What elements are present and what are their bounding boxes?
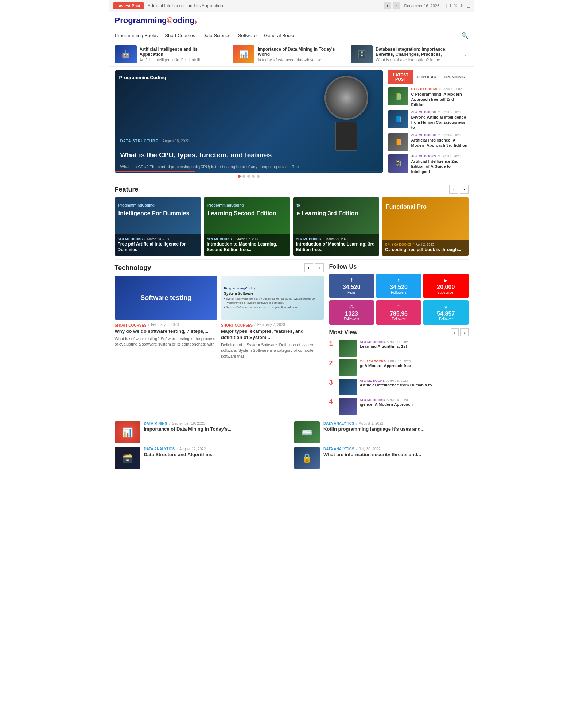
fb-label: Fans bbox=[331, 290, 372, 294]
latest-post-button[interactable]: Lastest Post bbox=[113, 2, 144, 9]
fc3-cat: AI & ML BOOKS bbox=[296, 237, 321, 241]
mv-date-3: APRIL 5, 2023 bbox=[386, 379, 408, 382]
breaking-desc-3: What is database Integration? In the... bbox=[376, 58, 458, 62]
feature-prev[interactable]: ‹ bbox=[449, 185, 458, 194]
sidebar-title-3: Artificial Intelligence: A Modern Approa… bbox=[411, 138, 469, 148]
dot-3[interactable] bbox=[247, 175, 250, 178]
bl-item-2[interactable]: 🗃️ DATA ANALYTICS / August 12, 2022 Data… bbox=[115, 447, 289, 469]
top-bar: Lastest Post Artificial Intelligence and… bbox=[109, 0, 474, 12]
follow-twitter[interactable]: t 34,520 Followers bbox=[376, 274, 421, 298]
dot-5[interactable] bbox=[257, 175, 260, 178]
nav-software[interactable]: Software bbox=[238, 33, 257, 38]
dot-4[interactable] bbox=[252, 175, 255, 178]
mv-nav: ‹ › bbox=[451, 328, 469, 336]
breaking-thumb-3: 🗄️ bbox=[351, 45, 373, 63]
breaking-item-2[interactable]: 📊 Importance of Data Mining in Today's W… bbox=[233, 45, 339, 63]
sidebar-date-2: April 5, 2023 bbox=[442, 110, 461, 114]
dot-2[interactable] bbox=[242, 175, 245, 178]
bl-date-3: August 1, 2022 bbox=[359, 421, 383, 425]
fc1-overlay: Intelligence For Dummies bbox=[118, 210, 190, 216]
follow-instagram2[interactable]: ◻ 785,96 Follower bbox=[376, 300, 421, 325]
mv-item-1[interactable]: 1 AI & ML BOOKS APRIL 11, 2023 Learning … bbox=[329, 340, 469, 357]
mv-item-2[interactable]: 2 C++ / C# BOOKS APRIL 10, 2023 g: A Mod… bbox=[329, 359, 469, 376]
fc4-overlay: Functional Pro bbox=[386, 204, 427, 210]
pinterest-icon[interactable]: P bbox=[460, 3, 463, 8]
sidebar-post-4[interactable]: 📓 AI & ML BOOKS ✏ April 4, 2023 Artifici… bbox=[388, 154, 469, 174]
fc4-date: April 2, 2023 bbox=[416, 243, 434, 246]
tech-card-2[interactable]: ProgrammingCoding System Software • Syst… bbox=[221, 276, 324, 359]
tw-count: 34,520 bbox=[378, 284, 419, 290]
follow-vimeo[interactable]: v 54,857 Follower bbox=[423, 300, 468, 325]
search-icon[interactable]: 🔍 bbox=[461, 32, 469, 39]
feature-card-4[interactable]: Functional Pro C++ / C# BOOKS / April 2,… bbox=[382, 197, 469, 256]
tech-img2-brand: ProgrammingCoding bbox=[224, 286, 257, 290]
mv-num-2: 2 bbox=[329, 359, 336, 367]
breaking-arrow[interactable]: › bbox=[463, 45, 468, 63]
breaking-title-2: Importance of Data Mining in Today's Wor… bbox=[257, 47, 339, 57]
sidebar-thumb-2: 📘 bbox=[388, 110, 408, 128]
bl-item-1[interactable]: 📊 DATA MINING / September 19, 2023 Impor… bbox=[115, 421, 289, 443]
follow-youtube[interactable]: ▶ 20,000 Subscriber bbox=[423, 274, 468, 298]
tech-next[interactable]: › bbox=[315, 263, 324, 272]
facebook-icon[interactable]: f bbox=[450, 3, 451, 8]
breaking-thumb-1: 🤖 bbox=[115, 45, 137, 63]
mv-title-3: Artificial Intelligence from Human s to.… bbox=[360, 382, 469, 388]
fc3-date: March 29, 2023 bbox=[326, 237, 349, 241]
breaking-item-1[interactable]: 🤖 Artificial Intelligence and Its Applic… bbox=[115, 45, 222, 63]
top-bar-date: December 16, 2023 bbox=[404, 4, 439, 8]
feature-next[interactable]: › bbox=[460, 185, 469, 194]
sidebar-thumb-1: 📗 bbox=[388, 87, 408, 105]
bl-info-4: DATA ANALYTICS / July 30, 2022 What are … bbox=[323, 447, 469, 457]
social-icons: f 𝕏 P ◻ bbox=[450, 3, 470, 8]
feature-cards: ProgrammingCoding Intelligence For Dummi… bbox=[115, 197, 469, 256]
mv-prev[interactable]: ‹ bbox=[451, 328, 459, 336]
follow-instagram1[interactable]: ◎ 1023 Followers bbox=[329, 300, 374, 325]
prev-button[interactable]: ‹ bbox=[384, 2, 391, 9]
logo-subscript: y bbox=[195, 18, 198, 24]
tab-popular[interactable]: POPULAR bbox=[413, 70, 440, 84]
tech-prev[interactable]: ‹ bbox=[304, 263, 313, 272]
bl-item-4[interactable]: 🔒 DATA ANALYTICS / July 30, 2022 What ar… bbox=[294, 447, 469, 469]
bl-item-3[interactable]: ⌨️ DATA ANALYTICS / August 1, 2022 Kotli… bbox=[294, 421, 469, 443]
hero-title[interactable]: What is the CPU, types, function, and fe… bbox=[120, 151, 377, 160]
nav-general-books[interactable]: General Books bbox=[264, 33, 295, 38]
feature-card-3[interactable]: to e Learning 3rd Edition AI & ML BOOKS … bbox=[293, 197, 380, 256]
tech-card-1[interactable]: Software testing SHORT COURSES / Februar… bbox=[115, 276, 218, 359]
nav-data-science[interactable]: Data Science bbox=[202, 33, 230, 38]
feature-card-1[interactable]: ProgrammingCoding Intelligence For Dummi… bbox=[115, 197, 201, 256]
follow-facebook[interactable]: f 34,520 Fans bbox=[329, 274, 374, 298]
breaking-item-3[interactable]: 🗄️ Database Integration: Importance, Ben… bbox=[351, 45, 458, 63]
twitter-icon[interactable]: 𝕏 bbox=[454, 3, 458, 8]
bottom-posts-grid: 📊 DATA MINING / September 19, 2023 Impor… bbox=[109, 421, 474, 474]
slider-progress bbox=[115, 171, 383, 172]
tech-date-1: February 8, 2023 bbox=[151, 323, 179, 327]
mv-item-3[interactable]: 3 AI & ML BOOKS APRIL 5, 2023 Artificial… bbox=[329, 379, 469, 395]
mv-item-4[interactable]: 4 AI & ML BOOKS APRIL 4, 2023 igence: A … bbox=[329, 398, 469, 415]
instagram-icon[interactable]: ◻ bbox=[467, 3, 470, 8]
tab-latest-post[interactable]: LATEST POST bbox=[388, 70, 413, 84]
bl-title-4: What are information security threats an… bbox=[323, 452, 469, 457]
sidebar-post-3[interactable]: 📙 AI & ML BOOKS ✏ April 4, 2023 Artifici… bbox=[388, 133, 469, 151]
mv-title-4: igence: A Modern Approach bbox=[360, 402, 469, 407]
sidebar-post-1[interactable]: 📗 C++ / C# BOOKS ✏ April 10, 2023 C Prog… bbox=[388, 87, 469, 107]
nav-programming-books[interactable]: Programming Books bbox=[115, 33, 158, 38]
tech-img-1: Software testing bbox=[115, 276, 218, 320]
bl-cat-1: DATA MINING bbox=[144, 421, 168, 425]
bottom-right-col: ⌨️ DATA ANALYTICS / August 1, 2022 Kotli… bbox=[294, 421, 469, 469]
bl-thumb-1: 📊 bbox=[115, 421, 140, 443]
mv-date-2: APRIL 10, 2023 bbox=[388, 359, 411, 363]
breaking-title-3: Database Integration: Importance, Benefi… bbox=[376, 47, 458, 57]
feature-card-2[interactable]: ProgrammingCoding Learning Second Editio… bbox=[204, 197, 290, 256]
tab-trending[interactable]: TRENDING bbox=[440, 70, 468, 84]
bl-title-2: Data Structure and Algorithms bbox=[144, 452, 289, 457]
sidebar-post-2[interactable]: 📘 AI & ML BOOKS ✏ April 5, 2023 Beyond A… bbox=[388, 110, 469, 130]
mv-next[interactable]: › bbox=[460, 328, 469, 336]
bl-thumb-4: 🔒 bbox=[294, 447, 320, 469]
fb-count: 34,520 bbox=[331, 284, 372, 290]
tech-desc-2: Definition of a System Software: Definit… bbox=[221, 342, 324, 359]
nav-short-courses[interactable]: Short Courses bbox=[165, 33, 195, 38]
logo[interactable]: Programming©odingy bbox=[115, 16, 198, 25]
mv-cat-1: AI & ML BOOKS bbox=[360, 340, 385, 344]
dot-1[interactable] bbox=[238, 175, 241, 178]
next-button[interactable]: › bbox=[393, 2, 400, 9]
